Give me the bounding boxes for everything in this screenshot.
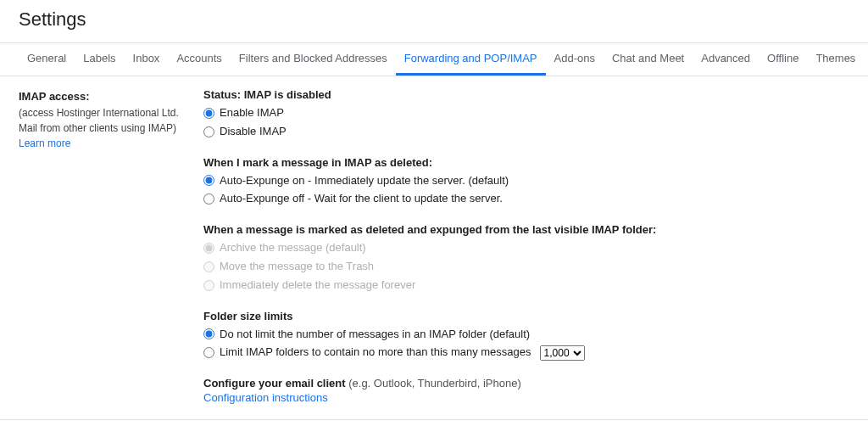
learn-more-link[interactable]: Learn more xyxy=(19,137,70,149)
auto-expunge-on-label[interactable]: Auto-Expunge on - Immediately update the… xyxy=(220,172,509,190)
configure-note: (e.g. Outlook, Thunderbird, iPhone) xyxy=(346,377,521,390)
archive-message-label: Archive the message (default) xyxy=(220,239,366,257)
delete-forever-radio xyxy=(203,280,214,291)
tab-forwarding-pop-imap[interactable]: Forwarding and POP/IMAP xyxy=(396,43,546,76)
deleted-title: When I mark a message in IMAP as deleted… xyxy=(203,156,849,169)
move-trash-radio xyxy=(203,261,214,272)
auto-expunge-off-radio[interactable] xyxy=(203,193,214,205)
no-limit-radio[interactable] xyxy=(203,328,214,339)
disable-imap-radio[interactable] xyxy=(203,126,214,137)
tab-advanced[interactable]: Advanced xyxy=(693,43,759,76)
status-section: Status: IMAP is disabled Enable IMAP Dis… xyxy=(203,88,849,141)
tab-themes[interactable]: Themes xyxy=(807,43,864,76)
tabs-bar: General Labels Inbox Accounts Filters an… xyxy=(0,42,868,76)
tab-filters[interactable]: Filters and Blocked Addresses xyxy=(231,43,396,76)
delete-forever-label: Immediately delete the message forever xyxy=(220,277,415,294)
folder-title: Folder size limits xyxy=(203,310,849,322)
configure-section: Configure your email client (e.g. Outloo… xyxy=(203,377,849,404)
auto-expunge-on-radio[interactable] xyxy=(203,175,214,186)
status-title: Status: IMAP is disabled xyxy=(203,88,849,101)
tab-accounts[interactable]: Accounts xyxy=(168,43,230,76)
auto-expunge-off-label[interactable]: Auto-Expunge off - Wait for the client t… xyxy=(220,190,503,208)
expunged-title: When a message is marked as deleted and … xyxy=(203,223,849,236)
no-limit-label[interactable]: Do not limit the number of messages in a… xyxy=(220,326,530,344)
limit-label[interactable]: Limit IMAP folders to contain no more th… xyxy=(220,344,531,362)
enable-imap-label[interactable]: Enable IMAP xyxy=(220,104,284,122)
tab-chat-meet[interactable]: Chat and Meet xyxy=(604,43,693,76)
archive-message-radio xyxy=(203,243,214,254)
button-bar: Save Changes Cancel xyxy=(0,420,868,426)
enable-imap-radio[interactable] xyxy=(203,108,214,119)
tab-offline[interactable]: Offline xyxy=(759,43,807,76)
expunged-section: When a message is marked as deleted and … xyxy=(203,223,849,294)
imap-access-heading: IMAP access: xyxy=(19,88,186,105)
disable-imap-label[interactable]: Disable IMAP xyxy=(220,123,287,141)
imap-access-left-column: IMAP access: (access Hostinger Internati… xyxy=(19,88,186,411)
limit-radio[interactable] xyxy=(203,347,214,358)
imap-access-subtext: (access Hostinger International Ltd. Mai… xyxy=(19,105,186,136)
tab-addons[interactable]: Add-ons xyxy=(546,43,604,76)
configuration-instructions-link[interactable]: Configuration instructions xyxy=(203,391,328,404)
tab-general[interactable]: General xyxy=(19,43,75,76)
configure-title: Configure your email client xyxy=(203,377,346,390)
folder-section: Folder size limits Do not limit the numb… xyxy=(203,310,849,362)
settings-content: IMAP access: (access Hostinger Internati… xyxy=(0,76,868,420)
page-title: Settings xyxy=(0,0,868,42)
deleted-section: When I mark a message in IMAP as deleted… xyxy=(203,156,849,209)
limit-select[interactable]: 1,000 xyxy=(540,345,585,361)
move-trash-label: Move the message to the Trash xyxy=(220,258,374,276)
tab-inbox[interactable]: Inbox xyxy=(125,43,169,76)
tab-labels[interactable]: Labels xyxy=(75,43,124,76)
